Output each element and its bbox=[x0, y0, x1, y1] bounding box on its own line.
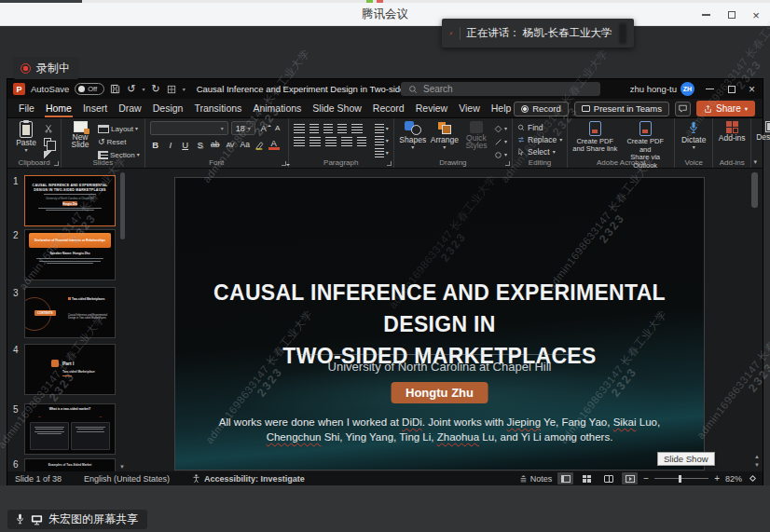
drawing-dialog-launcher[interactable] bbox=[505, 161, 510, 166]
slide-author-pill[interactable]: Hongtu Zhu bbox=[391, 382, 488, 403]
copy-button[interactable]: ▾ bbox=[44, 137, 56, 146]
zoom-out-button[interactable]: − bbox=[643, 473, 649, 484]
reading-view-button[interactable] bbox=[600, 472, 616, 484]
numbering-icon[interactable] bbox=[309, 124, 319, 133]
meeting-minimize-button[interactable] bbox=[697, 7, 714, 23]
slide-title[interactable]: CAUSAL INFERENCE AND EXPERIMENTAL DESIGN… bbox=[175, 277, 704, 372]
font-size-combo[interactable]: 18▾ bbox=[231, 121, 255, 135]
bullets-icon[interactable] bbox=[294, 124, 305, 133]
font-color-button[interactable]: A bbox=[268, 139, 280, 150]
tab-help[interactable]: Help bbox=[486, 99, 517, 117]
slide-thumbnail-3[interactable]: CONTENTS Two-sided Marketplaces Causal I… bbox=[24, 287, 116, 338]
present-in-teams-button[interactable]: Present in Teams bbox=[574, 102, 669, 116]
columns-icon[interactable] bbox=[357, 137, 366, 146]
designer-button[interactable]: Designer bbox=[756, 121, 770, 142]
tab-record[interactable]: Record bbox=[367, 99, 410, 117]
align-center-icon[interactable] bbox=[309, 137, 321, 146]
slide-thumbnail-1[interactable]: CAUSAL INFERENCE AND EXPERIMENTAL DESIGN… bbox=[24, 175, 116, 226]
thumbnail-scrollbar[interactable] bbox=[120, 172, 125, 239]
slide-affiliation[interactable]: University of North Carolina at Chapel H… bbox=[175, 360, 704, 374]
new-slide-button[interactable]: New Slide bbox=[66, 121, 94, 149]
arrange-button[interactable]: Arrange ▾ bbox=[431, 121, 459, 149]
justify-icon[interactable] bbox=[341, 137, 352, 146]
zoom-in-button[interactable]: + bbox=[714, 473, 720, 484]
fit-to-window-icon[interactable] bbox=[748, 474, 757, 484]
autosave-toggle[interactable]: Off bbox=[75, 83, 104, 95]
align-left-icon[interactable] bbox=[294, 137, 305, 146]
record-button[interactable]: Record bbox=[514, 102, 569, 116]
zoom-level[interactable]: 82% bbox=[725, 474, 742, 484]
tab-animations[interactable]: Animations bbox=[247, 99, 307, 117]
tab-review[interactable]: Review bbox=[410, 99, 453, 117]
user-avatar[interactable]: ZH bbox=[681, 82, 694, 96]
text-shadow-button[interactable]: S bbox=[195, 139, 206, 150]
decrease-font-button[interactable]: A bbox=[272, 123, 283, 134]
previous-slide-button[interactable]: ▲ bbox=[754, 454, 760, 459]
convert-smartart-button[interactable]: ▾ bbox=[375, 148, 389, 157]
shape-fill-button[interactable]: ▾ bbox=[494, 124, 507, 133]
tab-design[interactable]: Design bbox=[147, 99, 189, 117]
slide-thumbnail-5[interactable]: What is a two-sided market? — — bbox=[24, 403, 116, 455]
qat-caret-icon[interactable]: ▾ bbox=[183, 86, 186, 92]
language-indicator[interactable]: English (United States) bbox=[84, 474, 170, 484]
tab-view[interactable]: View bbox=[453, 99, 486, 117]
font-dialog-launcher[interactable] bbox=[282, 161, 286, 166]
zoom-slider[interactable] bbox=[654, 478, 708, 479]
meeting-close-button[interactable]: × bbox=[748, 7, 764, 23]
slide-credits[interactable]: All works were done when I worked at DiD… bbox=[210, 415, 670, 444]
strikethrough-button[interactable]: ab bbox=[210, 139, 221, 150]
paste-button[interactable]: Paste ▾ bbox=[12, 121, 40, 152]
layout-button[interactable]: Layout▾ bbox=[98, 124, 140, 133]
thumbnail-scroll-down-icon[interactable]: ▼ bbox=[119, 464, 125, 470]
addins-button[interactable]: Add-ins bbox=[718, 121, 746, 143]
tab-slide-show[interactable]: Slide Show bbox=[307, 99, 367, 117]
decrease-indent-icon[interactable] bbox=[323, 124, 333, 133]
search-box[interactable]: Search bbox=[401, 82, 600, 96]
slide-thumbnail-4[interactable]: Part I Two-sided Marketplace bbox=[24, 344, 116, 395]
underline-button[interactable]: U bbox=[180, 139, 191, 150]
collapse-ribbon-button[interactable]: ▾ bbox=[753, 158, 757, 166]
change-case-button[interactable]: Aa bbox=[240, 139, 251, 150]
zoom-slider-thumb[interactable] bbox=[679, 475, 681, 483]
notes-button[interactable]: Notes bbox=[519, 474, 553, 484]
replace-button[interactable]: Replace▾ bbox=[517, 135, 562, 144]
redo-button[interactable]: ↻ bbox=[151, 84, 159, 94]
tab-transitions[interactable]: Transitions bbox=[188, 99, 247, 117]
user-name[interactable]: zhu hong-tu bbox=[630, 84, 677, 94]
ppt-close-button[interactable]: × bbox=[744, 81, 760, 97]
increase-indent-icon[interactable] bbox=[337, 124, 347, 133]
slide-sorter-view-button[interactable] bbox=[579, 472, 595, 484]
save-icon[interactable] bbox=[110, 84, 120, 94]
tab-insert[interactable]: Insert bbox=[77, 99, 113, 117]
touch-mouse-mode-icon[interactable] bbox=[167, 85, 176, 94]
slide-canvas[interactable]: CAUSAL INFERENCE AND EXPERIMENTAL DESIGN… bbox=[174, 177, 705, 471]
tab-draw[interactable]: Draw bbox=[113, 99, 147, 117]
undo-button[interactable]: ↺ bbox=[127, 84, 135, 94]
vertical-scrollbar[interactable] bbox=[751, 172, 758, 208]
ppt-maximize-button[interactable] bbox=[723, 81, 739, 97]
share-button[interactable]: Share ▾ bbox=[696, 101, 755, 116]
shapes-button[interactable]: Shapes ▾ bbox=[399, 121, 427, 149]
align-right-icon[interactable] bbox=[325, 137, 337, 146]
select-button[interactable]: Select▾ bbox=[517, 147, 562, 157]
quick-styles-button[interactable]: Quick Styles bbox=[462, 121, 490, 150]
align-text-button[interactable]: ▾ bbox=[375, 136, 389, 145]
create-pdf-share-link-button[interactable]: Create PDF and Share link bbox=[572, 121, 617, 153]
slide-show-button[interactable] bbox=[622, 472, 638, 484]
slide-thumbnail-6[interactable]: Examples of Two-Sided Market bbox=[24, 458, 116, 471]
paragraph-dialog-launcher[interactable] bbox=[387, 161, 392, 166]
slide-counter[interactable]: Slide 1 of 38 bbox=[15, 474, 62, 484]
accessibility-status[interactable]: Accessibility: Investigate bbox=[192, 474, 305, 484]
find-button[interactable]: Find bbox=[517, 123, 562, 132]
undo-caret-icon[interactable]: ▾ bbox=[142, 86, 144, 92]
next-slide-button[interactable]: ▼ bbox=[754, 462, 760, 468]
ppt-minimize-button[interactable] bbox=[702, 81, 718, 97]
increase-font-button[interactable]: A bbox=[258, 123, 269, 134]
normal-view-button[interactable] bbox=[557, 472, 573, 484]
tab-home[interactable]: Home bbox=[40, 99, 77, 117]
tab-file[interactable]: File bbox=[13, 99, 40, 117]
slide-thumbnail-2[interactable]: Declaration of Financial Interests or Re… bbox=[24, 229, 116, 280]
cut-button[interactable] bbox=[44, 124, 56, 133]
meeting-maximize-button[interactable] bbox=[723, 7, 740, 23]
character-spacing-button[interactable]: AV bbox=[225, 139, 236, 150]
